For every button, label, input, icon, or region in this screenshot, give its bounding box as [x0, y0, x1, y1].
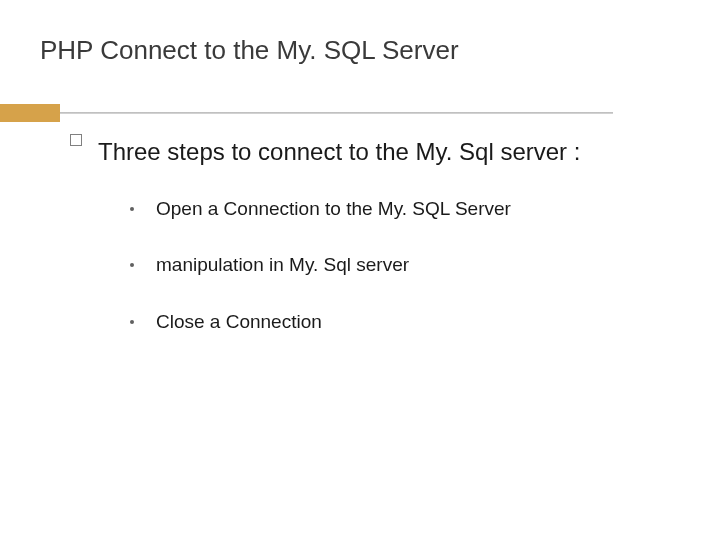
list-item: Close a Connection: [130, 310, 680, 335]
content-area: Three steps to connect to the My. Sql se…: [40, 126, 680, 335]
square-bullet-icon: [70, 134, 82, 146]
sub-bullet-text: Open a Connection to the My. SQL Server: [156, 197, 511, 222]
sub-bullet-list: Open a Connection to the My. SQL Server …: [70, 197, 680, 335]
dot-bullet-icon: [130, 320, 134, 324]
accent-grey-line: [60, 112, 613, 114]
slide-title: PHP Connect to the My. SQL Server: [40, 35, 680, 66]
sub-bullet-text: manipulation in My. Sql server: [156, 253, 409, 278]
dot-bullet-icon: [130, 263, 134, 267]
accent-grey-wrap: [60, 104, 720, 122]
list-item: manipulation in My. Sql server: [130, 253, 680, 278]
main-bullet-row: Three steps to connect to the My. Sql se…: [70, 126, 680, 179]
dot-bullet-icon: [130, 207, 134, 211]
sub-bullet-text: Close a Connection: [156, 310, 322, 335]
accent-orange-block: [0, 104, 60, 122]
main-bullet-text: Three steps to connect to the My. Sql se…: [98, 126, 580, 179]
accent-bar: [0, 104, 720, 122]
slide-container: PHP Connect to the My. SQL Server Three …: [0, 0, 720, 540]
list-item: Open a Connection to the My. SQL Server: [130, 197, 680, 222]
